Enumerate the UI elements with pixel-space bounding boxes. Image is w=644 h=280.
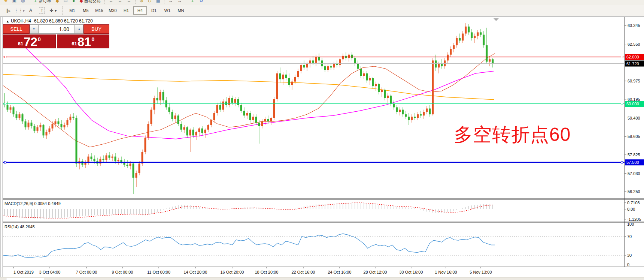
favorites-icon[interactable]: ★ xyxy=(1,0,10,4)
timeframe-h1[interactable]: H1 xyxy=(120,7,133,14)
buy-price-big: 81 xyxy=(78,36,91,48)
symbol-name: UKOil-,H4 xyxy=(11,18,31,24)
autoscroll-icon: ↔ xyxy=(177,0,182,3)
indicators-icon: ◆ xyxy=(56,0,59,3)
cursor-icon[interactable]: ↔ xyxy=(107,0,116,4)
svg-text:59.400: 59.400 xyxy=(628,116,640,120)
svg-text:70: 70 xyxy=(627,234,632,239)
svg-text:0.00: 0.00 xyxy=(627,207,635,211)
volume-input[interactable]: 1.00 xyxy=(38,24,75,34)
buy-price-sup: 0 xyxy=(91,36,94,42)
svg-text:11 Oct 00:00: 11 Oct 00:00 xyxy=(147,270,170,274)
macd-indicator-label: MACD(12,26,9) 0.3054 0.4849 xyxy=(4,201,61,206)
zoom-in-icon[interactable]: ⊕ xyxy=(137,0,146,4)
sell-price-major: 61 xyxy=(18,41,23,46)
text-label-icon[interactable]: T xyxy=(37,6,47,15)
fibonacci-icon[interactable]: ⋮⋮F xyxy=(14,6,25,15)
sell-button[interactable]: SELL xyxy=(3,24,30,34)
rsi-pane: 10070300 xyxy=(3,222,634,267)
timeframe-d1[interactable]: D1 xyxy=(148,7,160,14)
svg-text:0: 0 xyxy=(627,262,629,267)
svg-text:14 Oct 20:00: 14 Oct 20:00 xyxy=(184,270,207,274)
scroll-marker-icon xyxy=(493,18,499,21)
shift-chart-icon[interactable]: ↔ xyxy=(166,0,175,4)
zoom-in-icon: ⊕ xyxy=(140,0,143,3)
indicators-icon[interactable]: ◆ xyxy=(54,0,61,4)
chart-window: 63.34562.55060.97560.19559.40058.60557.8… xyxy=(0,16,644,280)
chart-tab[interactable] xyxy=(6,278,44,280)
hline-icon[interactable]: ↔ xyxy=(125,0,134,4)
collapse-triangle-icon[interactable]: ▲ xyxy=(6,19,9,23)
autoscroll-icon[interactable]: ↔ xyxy=(175,0,184,4)
timeframe-bar: M1M5M15M30H1H4D1W1MN xyxy=(66,6,188,15)
timeframe-m5[interactable]: M5 xyxy=(79,7,92,14)
buy-price-major: 61 xyxy=(72,41,77,46)
new-order-icon: ＋ xyxy=(33,0,38,4)
new-chart-icon[interactable]: ▣ xyxy=(10,0,19,4)
top-toolbar: ★▣◎＋新订单◆▭●◆自动交易↔↔↔⊕⊖▦↔↔＋↻ xyxy=(0,0,644,5)
new-order-icon-label: 新订单 xyxy=(39,0,51,4)
equidistant-channel-icon[interactable]: ∥E xyxy=(3,6,13,15)
cursor-icon: ↔ xyxy=(109,0,113,3)
autotrading-icon-label: 自动交易 xyxy=(84,0,101,4)
volume-decrease-button[interactable]: ▼ xyxy=(30,24,38,34)
svg-text:62.000: 62.000 xyxy=(626,55,639,59)
inbox-icon[interactable]: ▭ xyxy=(61,0,70,4)
mt4-window: ★▣◎＋新订单◆▭●◆自动交易↔↔↔⊕⊖▦↔↔＋↻ ∥E⋮⋮FAT✣ ▾ M1M… xyxy=(0,0,644,280)
search-icon: ◎ xyxy=(21,0,25,3)
tile-windows-icon: ▦ xyxy=(156,0,160,3)
chart-canvas[interactable]: 63.34562.55060.97560.19559.40058.60557.8… xyxy=(0,16,644,280)
svg-text:22 Oct 16:00: 22 Oct 16:00 xyxy=(292,270,315,274)
tile-windows-icon[interactable]: ▦ xyxy=(154,0,162,4)
toolbar-separator xyxy=(29,0,30,4)
text-icon[interactable]: A xyxy=(25,6,36,15)
crosshair-icon[interactable]: ↔ xyxy=(116,0,125,4)
svg-text:62.550: 62.550 xyxy=(628,42,640,46)
svg-text:60.000: 60.000 xyxy=(626,102,639,106)
svg-text:100: 100 xyxy=(627,222,634,226)
svg-text:28 Oct 12:00: 28 Oct 12:00 xyxy=(364,270,387,274)
add-icon[interactable]: ＋ xyxy=(188,0,197,4)
toolbar-separator xyxy=(186,0,186,4)
time-axis: 1 Oct 20193 Oct 04:007 Oct 00:009 Oct 00… xyxy=(13,267,492,274)
svg-text:24 Oct 16:00: 24 Oct 16:00 xyxy=(328,270,352,274)
crosshair-icon: ↔ xyxy=(118,0,122,3)
refresh-icon[interactable]: ↻ xyxy=(197,0,205,4)
svg-text:18 Oct 20:00: 18 Oct 20:00 xyxy=(255,270,279,274)
timeframe-w1[interactable]: W1 xyxy=(161,7,174,14)
sell-price-panel[interactable]: 61720 xyxy=(3,34,56,48)
shift-chart-icon: ↔ xyxy=(168,0,173,3)
timeframe-m15[interactable]: M15 xyxy=(93,7,106,14)
timeframe-h4[interactable]: H4 xyxy=(133,6,147,15)
hline-icon: ↔ xyxy=(127,0,131,3)
rsi-indicator-label: RSI(14) 48.2645 xyxy=(4,225,35,229)
svg-text:61.720: 61.720 xyxy=(626,61,639,66)
arrows-icon[interactable]: ✣ ▾ xyxy=(48,6,58,15)
timeframe-m1[interactable]: M1 xyxy=(66,7,79,14)
svg-text:56.250: 56.250 xyxy=(628,189,640,194)
chart-text-annotation[interactable]: 多空转折点60 xyxy=(454,122,571,147)
timeframe-mn[interactable]: MN xyxy=(174,7,187,14)
price-axis: 63.34562.55060.97560.19559.40058.60557.8… xyxy=(625,23,644,194)
autotrading-icon[interactable]: ◆自动交易 xyxy=(77,0,103,4)
one-click-trading-widget: SELL ▼ 1.00 ▲ BUY 61720 61810 xyxy=(3,24,109,48)
symbol-header: ▲UKOil-,H461.820 61.860 61.720 61.720 xyxy=(6,18,93,24)
market-icon[interactable]: ● xyxy=(70,0,77,4)
svg-text:57.500: 57.500 xyxy=(626,160,639,165)
timeframe-m30[interactable]: M30 xyxy=(106,7,119,14)
new-order-icon[interactable]: ＋新订单 xyxy=(31,0,54,4)
svg-text:7 Oct 00:00: 7 Oct 00:00 xyxy=(76,270,97,274)
svg-text:9 Oct 00:00: 9 Oct 00:00 xyxy=(112,270,133,274)
buy-price-panel[interactable]: 61810 xyxy=(57,34,110,48)
search-icon[interactable]: ◎ xyxy=(19,0,27,4)
buy-button[interactable]: BUY xyxy=(83,24,109,34)
svg-text:60.975: 60.975 xyxy=(628,79,640,83)
inbox-icon: ▭ xyxy=(64,0,68,3)
zoom-out-icon[interactable]: ⊖ xyxy=(146,0,154,4)
text-label-icon: T xyxy=(39,7,45,13)
ma-slow-orange xyxy=(3,74,494,99)
svg-text:57.825: 57.825 xyxy=(628,153,640,157)
toolbar-separator xyxy=(62,6,63,15)
svg-text:5 Nov 13:00: 5 Nov 13:00 xyxy=(470,270,492,274)
volume-increase-button[interactable]: ▲ xyxy=(75,24,83,34)
